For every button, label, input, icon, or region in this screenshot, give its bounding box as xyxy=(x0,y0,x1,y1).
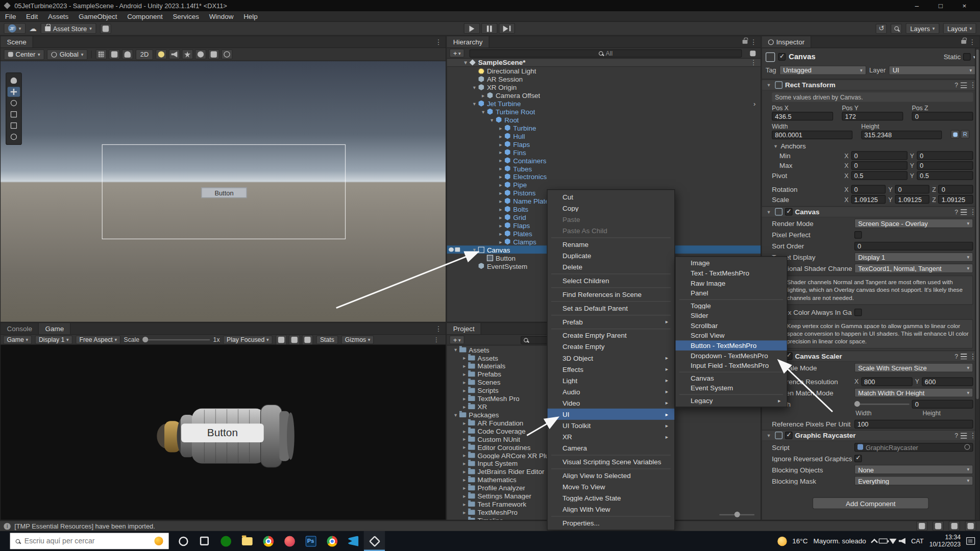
scene-panel-menu-icon[interactable]: ⋮ xyxy=(431,36,446,47)
anchors-min-x-field[interactable]: 0 xyxy=(851,151,908,160)
action-center-icon[interactable] xyxy=(966,537,975,545)
canvas-component-header[interactable]: ▾ Canvas ? ⋮ xyxy=(762,206,979,217)
zoom-slider-knob[interactable] xyxy=(734,512,740,517)
foldout-arrow-icon[interactable]: ▾ xyxy=(471,84,478,90)
menu-item-video[interactable]: Video▸ xyxy=(548,397,675,409)
foldout-arrow-icon[interactable]: ▸ xyxy=(460,444,468,450)
volume-icon[interactable] xyxy=(898,538,905,544)
foldout-arrow-icon[interactable]: ▾ xyxy=(479,108,487,114)
anchors-max-x-field[interactable]: 0 xyxy=(851,161,908,170)
layout-dropdown[interactable]: Layout▾ xyxy=(943,23,976,34)
file-explorer-icon-button[interactable] xyxy=(236,531,258,551)
inspector-panel-menu-icon[interactable]: ⋮ xyxy=(969,38,975,46)
effects-toggle-icon[interactable] xyxy=(182,49,193,60)
rect-transform-header[interactable]: ▾ Rect Transform ? ⋮ xyxy=(762,80,979,91)
hierarchy-row[interactable]: ▸Tubes xyxy=(447,164,761,172)
foldout-arrow-icon[interactable]: ▸ xyxy=(460,493,468,499)
game-ui-button[interactable]: Button xyxy=(181,423,264,442)
photoshop-icon-button[interactable]: Ps xyxy=(300,531,322,551)
inspector-scrollbar[interactable] xyxy=(975,48,979,519)
pickability-icon[interactable] xyxy=(455,247,460,252)
rotation-x-field[interactable]: 0 xyxy=(851,185,886,193)
pivot-x-field[interactable]: 0.5 xyxy=(851,171,908,180)
thumbnail-zoom-slider[interactable] xyxy=(719,514,754,515)
foldout-arrow-icon[interactable]: ▸ xyxy=(460,517,468,520)
match-slider[interactable] xyxy=(854,403,910,404)
maximize-button[interactable]: □ xyxy=(929,0,953,11)
menu-item-delete[interactable]: Delete xyxy=(548,261,675,272)
hierarchy-row[interactable]: ▾Jet Turbine› xyxy=(447,99,761,108)
menu-item-panel[interactable]: Panel xyxy=(676,288,787,298)
foldout-arrow-icon[interactable]: ▾ xyxy=(765,82,773,88)
foldout-arrow-icon[interactable]: ▸ xyxy=(460,419,468,425)
pixel-perfect-checkbox[interactable] xyxy=(854,231,862,238)
scrollbar-thumb[interactable] xyxy=(976,49,979,399)
grid-icon[interactable] xyxy=(96,49,107,60)
presets-icon[interactable] xyxy=(961,354,967,359)
menu-item-create-empty[interactable]: Create Empty xyxy=(548,341,675,353)
shader-channels-dropdown[interactable]: TexCoord1, Normal, Tangent▾ xyxy=(854,264,973,273)
move-tool-icon[interactable] xyxy=(8,87,20,97)
scene-viewport[interactable]: Button xyxy=(1,61,446,322)
rotation-y-field[interactable]: 0 xyxy=(895,185,929,193)
foldout-arrow-icon[interactable]: ▸ xyxy=(460,452,468,458)
tag-dropdown[interactable]: Untagged▾ xyxy=(779,65,866,74)
game-panel-menu-icon[interactable]: ⋮ xyxy=(431,323,446,334)
foldout-arrow-icon[interactable]: ▸ xyxy=(497,141,504,147)
hierarchy-row[interactable]: ▾XR Origin xyxy=(447,83,761,91)
light-toggle-icon[interactable] xyxy=(156,49,167,60)
blueprint-mode-icon[interactable] xyxy=(950,130,959,139)
static-checkbox[interactable] xyxy=(963,53,971,61)
tab-inspector[interactable]: Inspector xyxy=(762,36,812,47)
taskbar-search[interactable] xyxy=(10,533,169,549)
foldout-arrow-icon[interactable]: ▸ xyxy=(460,436,468,442)
foldout-arrow-icon[interactable]: ▾ xyxy=(471,101,478,107)
minimize-button[interactable]: – xyxy=(905,0,929,11)
tool-handle-pivot-dropdown[interactable]: Center▾ xyxy=(4,49,44,60)
foldout-arrow-icon[interactable]: ▸ xyxy=(497,206,504,212)
script-object-field[interactable]: GraphicRaycaster xyxy=(854,443,973,452)
hierarchy-row[interactable]: ▾Root xyxy=(447,116,761,124)
foldout-arrow-icon[interactable]: ▸ xyxy=(460,403,468,409)
prefab-open-arrow-icon[interactable]: › xyxy=(753,99,761,107)
menu-item-select-children[interactable]: Select Children xyxy=(548,275,675,286)
aspect-dropdown[interactable]: Free Aspect▾ xyxy=(76,335,120,344)
help-icon[interactable]: ? xyxy=(954,208,958,215)
menu-item-dropdown-textmeshpro[interactable]: Dropdown - TextMeshPro xyxy=(676,350,787,361)
create-asset-button[interactable]: +▾ xyxy=(449,336,464,344)
add-component-button[interactable]: Add Component xyxy=(813,497,929,509)
menubar-item-edit[interactable]: Edit xyxy=(21,12,43,20)
foldout-arrow-icon[interactable]: ▸ xyxy=(497,222,504,228)
target-display-dropdown[interactable]: Display 1▾ xyxy=(854,253,973,262)
width-field[interactable]: 800.0001 xyxy=(772,131,852,139)
menu-item-scroll-view[interactable]: Scroll View xyxy=(676,331,787,341)
tool-handle-rotation-dropdown[interactable]: Global▾ xyxy=(47,49,88,60)
menu-item-effects[interactable]: Effects▸ xyxy=(548,364,675,375)
foldout-arrow-icon[interactable]: ▸ xyxy=(497,173,504,180)
foldout-arrow-icon[interactable]: ▾ xyxy=(471,246,478,253)
gizmos-dropdown[interactable]: Gizmos▾ xyxy=(341,335,374,344)
hierarchy-row[interactable]: ▸Camera Offset xyxy=(447,91,761,99)
menu-item-text-textmeshpro[interactable]: Text - TextMeshPro xyxy=(676,268,787,278)
display-dropdown[interactable]: Display 1▾ xyxy=(35,335,72,344)
help-icon[interactable]: ? xyxy=(954,82,958,88)
menu-item-set-as-default-parent[interactable]: Set as Default Parent xyxy=(548,303,675,314)
help-icon[interactable]: ? xyxy=(954,353,958,359)
cortana-icon-button[interactable] xyxy=(173,531,194,551)
create-object-button[interactable]: +▾ xyxy=(449,49,464,58)
sort-order-field[interactable]: 0 xyxy=(854,241,973,250)
foldout-arrow-icon[interactable]: ▸ xyxy=(497,133,504,139)
game-toolbar-menu-icon[interactable]: ⋮ xyxy=(429,336,443,343)
menu-item-find-references-in-scene[interactable]: Find References in Scene xyxy=(548,289,675,300)
presets-icon[interactable] xyxy=(961,209,967,215)
hierarchy-panel-menu-icon[interactable]: ⋮ xyxy=(750,38,756,46)
menu-item-image[interactable]: Image xyxy=(676,258,787,268)
menu-item-input-field-textmeshpro[interactable]: Input Field - TextMeshPro xyxy=(676,361,787,371)
foldout-arrow-icon[interactable]: ▸ xyxy=(460,460,468,466)
hierarchy-row[interactable]: ▸Turbine xyxy=(447,123,761,132)
scale-slider[interactable] xyxy=(142,339,210,340)
hierarchy-row[interactable]: ▾SampleScene*⋮ xyxy=(447,59,761,67)
pos-z-field[interactable]: 0 xyxy=(912,112,973,120)
taskbar-clock[interactable]: 13:34 10/12/2023 xyxy=(929,533,961,549)
weather-temp[interactable]: 16°C xyxy=(792,537,807,545)
